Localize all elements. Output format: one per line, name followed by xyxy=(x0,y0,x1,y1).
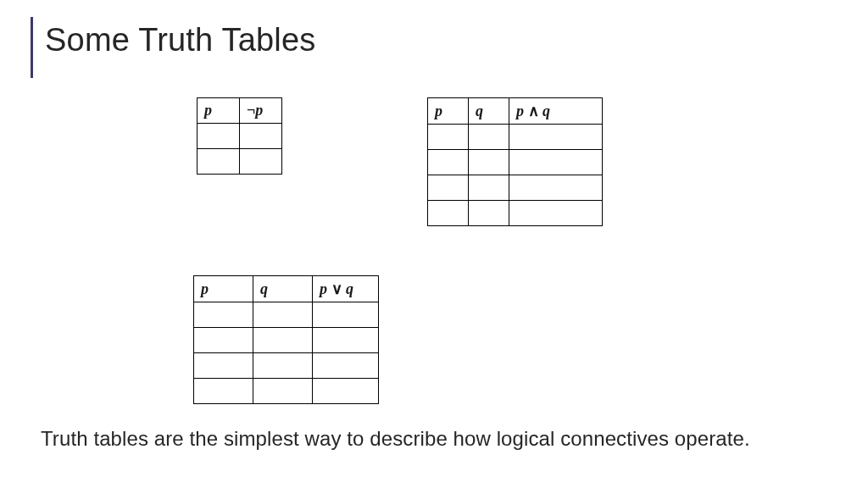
col-header: q xyxy=(469,98,509,125)
cell xyxy=(198,149,240,175)
col-header: p ∨ q xyxy=(313,276,379,302)
table-row xyxy=(198,149,282,175)
col-header: ¬p xyxy=(240,98,282,124)
cell xyxy=(240,149,282,175)
col-header: p ∧ q xyxy=(509,98,603,125)
cell xyxy=(509,125,603,150)
table-row xyxy=(428,175,603,201)
table-row xyxy=(194,302,379,328)
cell xyxy=(469,201,509,226)
cell xyxy=(253,353,313,379)
cell xyxy=(509,201,603,226)
table-row: p q p ∨ q xyxy=(194,276,379,302)
cell xyxy=(194,379,253,404)
table-row: p ¬p xyxy=(198,98,282,124)
truth-table-disjunction: p q p ∨ q xyxy=(193,275,379,404)
slide-title-block: Some Truth Tables xyxy=(31,17,316,78)
cell xyxy=(428,150,469,175)
table-row xyxy=(194,328,379,353)
table-row xyxy=(194,379,379,404)
cell xyxy=(469,125,509,150)
cell xyxy=(428,125,469,150)
col-header: p xyxy=(428,98,469,125)
cell xyxy=(313,302,379,328)
cell xyxy=(428,175,469,201)
slide-caption: Truth tables are the simplest way to des… xyxy=(41,427,750,451)
col-header: p xyxy=(194,276,253,302)
col-header: q xyxy=(253,276,313,302)
cell xyxy=(469,175,509,201)
table-row: p q p ∧ q xyxy=(428,98,603,125)
cell xyxy=(240,124,282,149)
table-row xyxy=(194,353,379,379)
table-row xyxy=(428,125,603,150)
cell xyxy=(313,379,379,404)
cell xyxy=(198,124,240,149)
cell xyxy=(509,175,603,201)
title-accent-bar xyxy=(31,17,33,78)
table-row xyxy=(198,124,282,149)
truth-table-conjunction: p q p ∧ q xyxy=(427,97,603,226)
table-row xyxy=(428,201,603,226)
cell xyxy=(253,302,313,328)
cell xyxy=(313,353,379,379)
cell xyxy=(253,379,313,404)
cell xyxy=(194,353,253,379)
cell xyxy=(428,201,469,226)
cell xyxy=(509,150,603,175)
col-header: p xyxy=(198,98,240,124)
cell xyxy=(194,302,253,328)
slide-title: Some Truth Tables xyxy=(45,17,316,78)
cell xyxy=(313,328,379,353)
table-row xyxy=(428,150,603,175)
cell xyxy=(469,150,509,175)
cell xyxy=(194,328,253,353)
cell xyxy=(253,328,313,353)
truth-table-negation: p ¬p xyxy=(197,97,282,175)
